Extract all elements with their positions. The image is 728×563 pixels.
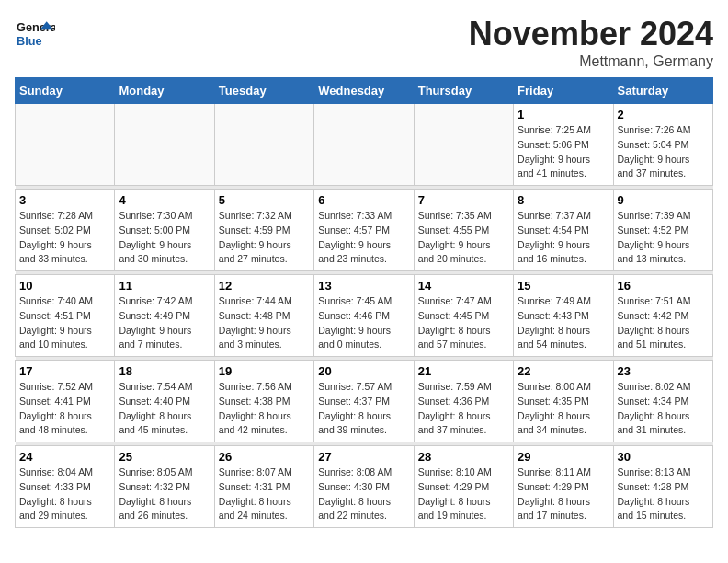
day-number: 15: [518, 279, 609, 293]
day-info: Sunrise: 8:05 AMSunset: 4:32 PMDaylight:…: [119, 465, 210, 523]
day-info: Sunrise: 7:32 AMSunset: 4:59 PMDaylight:…: [219, 209, 310, 267]
calendar-cell: 29Sunrise: 8:11 AMSunset: 4:29 PMDayligh…: [514, 446, 613, 528]
calendar-cell: 11Sunrise: 7:42 AMSunset: 4:49 PMDayligh…: [115, 275, 214, 357]
calendar-cell: 10Sunrise: 7:40 AMSunset: 4:51 PMDayligh…: [16, 275, 115, 357]
day-info: Sunrise: 7:56 AMSunset: 4:38 PMDaylight:…: [219, 380, 310, 438]
calendar-cell: 8Sunrise: 7:37 AMSunset: 4:54 PMDaylight…: [514, 190, 613, 271]
logo: General Blue: [15, 15, 55, 52]
calendar-cell: 9Sunrise: 7:39 AMSunset: 4:52 PMDaylight…: [613, 190, 712, 271]
weekday-header-monday: Monday: [115, 78, 214, 104]
calendar-cell: [214, 104, 313, 186]
day-info: Sunrise: 8:07 AMSunset: 4:31 PMDaylight:…: [219, 465, 310, 523]
calendar-cell: 18Sunrise: 7:54 AMSunset: 4:40 PMDayligh…: [115, 361, 214, 442]
day-number: 23: [618, 364, 709, 378]
day-number: 14: [418, 279, 509, 293]
day-number: 7: [418, 193, 509, 207]
day-info: Sunrise: 7:28 AMSunset: 5:02 PMDaylight:…: [19, 209, 110, 267]
day-number: 1: [518, 108, 609, 121]
day-info: Sunrise: 7:37 AMSunset: 4:54 PMDaylight:…: [518, 209, 609, 267]
calendar-cell: 24Sunrise: 8:04 AMSunset: 4:33 PMDayligh…: [16, 446, 115, 528]
calendar-cell: 6Sunrise: 7:33 AMSunset: 4:57 PMDaylight…: [314, 190, 414, 271]
day-info: Sunrise: 8:11 AMSunset: 4:29 PMDaylight:…: [518, 465, 609, 523]
day-number: 2: [618, 108, 709, 121]
day-number: 3: [19, 193, 110, 207]
calendar-cell: 30Sunrise: 8:13 AMSunset: 4:28 PMDayligh…: [613, 446, 712, 528]
day-info: Sunrise: 8:04 AMSunset: 4:33 PMDaylight:…: [19, 465, 110, 523]
weekday-header-sunday: Sunday: [16, 78, 115, 104]
day-number: 11: [119, 279, 210, 293]
calendar-cell: 7Sunrise: 7:35 AMSunset: 4:55 PMDaylight…: [414, 190, 513, 271]
day-number: 22: [518, 364, 609, 378]
day-number: 25: [119, 450, 210, 464]
calendar-cell: 17Sunrise: 7:52 AMSunset: 4:41 PMDayligh…: [16, 361, 115, 442]
calendar-cell: 23Sunrise: 8:02 AMSunset: 4:34 PMDayligh…: [613, 361, 712, 442]
day-number: 28: [418, 450, 509, 464]
calendar-cell: 15Sunrise: 7:49 AMSunset: 4:43 PMDayligh…: [514, 275, 613, 357]
weekday-header-thursday: Thursday: [414, 78, 513, 104]
calendar-cell: 19Sunrise: 7:56 AMSunset: 4:38 PMDayligh…: [214, 361, 313, 442]
weekday-header-tuesday: Tuesday: [214, 78, 313, 104]
calendar-cell: 26Sunrise: 8:07 AMSunset: 4:31 PMDayligh…: [214, 446, 313, 528]
calendar-cell: 13Sunrise: 7:45 AMSunset: 4:46 PMDayligh…: [314, 275, 414, 357]
calendar-week-4: 24Sunrise: 8:04 AMSunset: 4:33 PMDayligh…: [16, 446, 713, 528]
day-info: Sunrise: 7:44 AMSunset: 4:48 PMDaylight:…: [219, 294, 310, 352]
day-number: 9: [618, 193, 709, 207]
day-number: 20: [318, 364, 409, 378]
day-info: Sunrise: 7:51 AMSunset: 4:42 PMDaylight:…: [618, 294, 709, 352]
calendar-cell: 5Sunrise: 7:32 AMSunset: 4:59 PMDaylight…: [214, 190, 313, 271]
calendar-cell: 28Sunrise: 8:10 AMSunset: 4:29 PMDayligh…: [414, 446, 513, 528]
day-number: 4: [119, 193, 210, 207]
day-info: Sunrise: 7:54 AMSunset: 4:40 PMDaylight:…: [119, 380, 210, 438]
calendar-cell: 2Sunrise: 7:26 AMSunset: 5:04 PMDaylight…: [613, 104, 712, 186]
day-info: Sunrise: 8:02 AMSunset: 4:34 PMDaylight:…: [618, 380, 709, 438]
day-number: 8: [518, 193, 609, 207]
day-info: Sunrise: 7:45 AMSunset: 4:46 PMDaylight:…: [318, 294, 409, 352]
calendar-cell: [314, 104, 414, 186]
calendar-week-2: 10Sunrise: 7:40 AMSunset: 4:51 PMDayligh…: [16, 275, 713, 357]
day-info: Sunrise: 7:49 AMSunset: 4:43 PMDaylight:…: [518, 294, 609, 352]
calendar-week-0: 1Sunrise: 7:25 AMSunset: 5:06 PMDaylight…: [16, 104, 713, 186]
logo-icon: General Blue: [15, 15, 55, 52]
day-info: Sunrise: 8:13 AMSunset: 4:28 PMDaylight:…: [618, 465, 709, 523]
calendar-cell: 22Sunrise: 8:00 AMSunset: 4:35 PMDayligh…: [514, 361, 613, 442]
day-number: 30: [618, 450, 709, 464]
day-info: Sunrise: 7:52 AMSunset: 4:41 PMDaylight:…: [19, 380, 110, 438]
calendar-cell: [414, 104, 513, 186]
day-info: Sunrise: 7:40 AMSunset: 4:51 PMDaylight:…: [19, 294, 110, 352]
day-info: Sunrise: 8:00 AMSunset: 4:35 PMDaylight:…: [518, 380, 609, 438]
location: Mettmann, Germany: [469, 53, 713, 70]
day-info: Sunrise: 7:59 AMSunset: 4:36 PMDaylight:…: [418, 380, 509, 438]
calendar-cell: 21Sunrise: 7:59 AMSunset: 4:36 PMDayligh…: [414, 361, 513, 442]
day-info: Sunrise: 7:33 AMSunset: 4:57 PMDaylight:…: [318, 209, 409, 267]
month-title: November 2024: [469, 15, 713, 53]
day-number: 5: [219, 193, 310, 207]
day-number: 24: [19, 450, 110, 464]
day-info: Sunrise: 7:30 AMSunset: 5:00 PMDaylight:…: [119, 209, 210, 267]
day-info: Sunrise: 7:35 AMSunset: 4:55 PMDaylight:…: [418, 209, 509, 267]
calendar-week-3: 17Sunrise: 7:52 AMSunset: 4:41 PMDayligh…: [16, 361, 713, 442]
calendar-cell: 12Sunrise: 7:44 AMSunset: 4:48 PMDayligh…: [214, 275, 313, 357]
weekday-header-friday: Friday: [514, 78, 613, 104]
day-info: Sunrise: 8:10 AMSunset: 4:29 PMDaylight:…: [418, 465, 509, 523]
calendar-cell: 14Sunrise: 7:47 AMSunset: 4:45 PMDayligh…: [414, 275, 513, 357]
day-info: Sunrise: 7:42 AMSunset: 4:49 PMDaylight:…: [119, 294, 210, 352]
day-info: Sunrise: 7:25 AMSunset: 5:06 PMDaylight:…: [518, 123, 609, 181]
day-number: 26: [219, 450, 310, 464]
day-number: 6: [318, 193, 409, 207]
calendar-cell: 27Sunrise: 8:08 AMSunset: 4:30 PMDayligh…: [314, 446, 414, 528]
day-number: 17: [19, 364, 110, 378]
day-number: 29: [518, 450, 609, 464]
calendar-cell: 4Sunrise: 7:30 AMSunset: 5:00 PMDaylight…: [115, 190, 214, 271]
day-info: Sunrise: 7:57 AMSunset: 4:37 PMDaylight:…: [318, 380, 409, 438]
weekday-header-wednesday: Wednesday: [314, 78, 414, 104]
calendar-header-row: SundayMondayTuesdayWednesdayThursdayFrid…: [16, 78, 713, 104]
day-number: 18: [119, 364, 210, 378]
title-section: November 2024 Mettmann, Germany: [469, 15, 713, 70]
calendar-week-1: 3Sunrise: 7:28 AMSunset: 5:02 PMDaylight…: [16, 190, 713, 271]
svg-text:Blue: Blue: [17, 34, 42, 48]
day-number: 12: [219, 279, 310, 293]
day-info: Sunrise: 8:08 AMSunset: 4:30 PMDaylight:…: [318, 465, 409, 523]
calendar-cell: 20Sunrise: 7:57 AMSunset: 4:37 PMDayligh…: [314, 361, 414, 442]
weekday-header-saturday: Saturday: [613, 78, 712, 104]
day-number: 21: [418, 364, 509, 378]
